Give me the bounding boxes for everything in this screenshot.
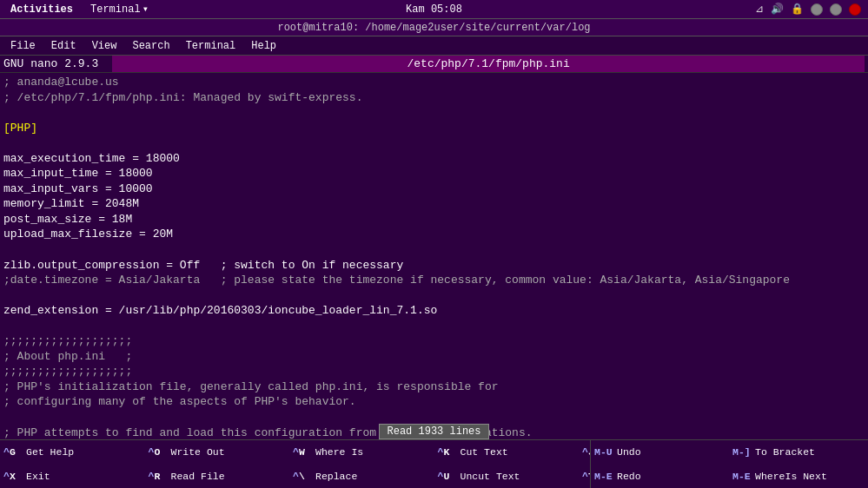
shortcut-key-write-out: ^O [149,446,169,458]
shortcut-key-to-bracket: M-] [732,446,753,458]
editor-line: ; ananda@lcube.us [3,75,865,90]
shortcut-key-cut-text: ^K [438,446,459,458]
shortcut-key-whereis-next: M-E [732,471,753,482]
editor-line [3,135,865,151]
shortcut-key-get-help: ^G [3,446,24,458]
shortcut-get-help: ^G Get Help [0,440,145,465]
shortcut-label-redo: Redo [617,471,641,482]
shortcut-where-is: ^W Where Is [289,440,434,465]
shortcut-key-uncut-text: ^U [438,471,459,482]
editor-line [3,288,865,304]
shortcut-label-get-help: Get Help [26,446,74,458]
top-bar: Activities Terminal ▾ Kam 05:08 ⊿ 🔊 🔒 [0,0,868,19]
top-bar-left: Activities Terminal ▾ [7,3,149,16]
shortcut-exit: ^X Exit [0,465,145,489]
shortcut-key-exit: ^X [3,471,24,482]
terminal-label: Terminal [90,3,141,16]
menu-search[interactable]: Search [125,38,176,54]
shortcut-key-replace: ^\ [293,471,314,482]
shortcut-key-undo: M-U [594,446,615,458]
editor-line: ;;;;;;;;;;;;;;;;;;; [3,333,865,349]
editor-line: memory_limit = 2048M [3,196,865,212]
editor-line: post_max_size = 18M [3,212,865,228]
shortcut-label-exit: Exit [26,471,50,482]
close-button[interactable] [849,3,861,16]
nano-filepath: /etc/php/7.1/fpm/php.ini [112,56,865,72]
editor-line [3,410,865,425]
editor-line: ;;;;;;;;;;;;;;;;;;; [3,364,865,379]
shortcut-key-read-file: ^R [149,471,169,482]
shortcut-uncut-text: ^U Uncut Text [434,465,580,489]
shortcut-redo: M-E Redo [591,465,730,489]
shortcut-label-replace: Replace [315,471,357,482]
activities-button[interactable]: Activities [7,3,76,16]
shortcut-read-file: ^R Read File [145,465,290,489]
editor-line: zlib.output_compression = Off ; switch t… [3,258,865,274]
shortcut-whereis-next: M-E WhereIs Next [729,465,868,489]
menu-terminal[interactable]: Terminal [179,38,243,54]
shortcut-to-bracket: M-] To Bracket [729,440,868,465]
volume-icon: 🔊 [771,3,784,16]
maximize-button[interactable] [830,3,842,16]
shortcut-undo: M-U Undo [591,440,730,465]
window-title-bar: root@mitra10: /home/mage2user/site/curre… [0,19,868,36]
shortcut-label-to-bracket: To Bracket [755,446,815,458]
menu-view[interactable]: View [85,38,124,54]
menu-edit[interactable]: Edit [44,38,83,54]
shortcut-replace: ^\ Replace [289,465,434,489]
nano-title-bar: GNU nano 2.9.3 /etc/php/7.1/fpm/php.ini [0,56,868,73]
status-bar: Read 1933 lines [0,424,868,439]
shortcut-key-where-is: ^W [293,446,314,458]
editor-line [3,105,865,121]
shortcut-label-write-out: Write Out [171,446,225,458]
nano-version: GNU nano 2.9.3 [3,57,112,70]
shortcut-label-whereis-next: WhereIs Next [755,471,827,482]
shortcut-label-uncut-text: Uncut Text [461,471,520,482]
menu-help[interactable]: Help [244,38,283,54]
editor-area[interactable]: ; ananda@lcube.us; /etc/php/7.1/fpm/php.… [0,73,868,457]
shortcut-cut-text: ^K Cut Text [434,440,580,465]
shortcut-write-out: ^O Write Out [145,440,290,465]
editor-line: ; configuring many of the aspects of PHP… [3,394,865,410]
editor-line: max_input_vars = 10000 [3,181,865,197]
editor-line: ; About php.ini ; [3,349,865,365]
editor-line: ;date.timezone = Asia/Jakarta ; please s… [3,273,865,288]
bracket-shortcuts-bar: M-] To Bracket M-E WhereIs Next [729,439,868,488]
shortcut-key-redo: M-E [594,471,615,482]
editor-line: max_execution_time = 18000 [3,151,865,167]
window-title: root@mitra10: /home/mage2user/site/curre… [277,22,590,34]
shortcut-label-cut-text: Cut Text [461,446,508,458]
editor-line: upload_max_filesize = 20M [3,227,865,242]
editor-line: zend_extension = /usr/lib/php/20160303/i… [3,303,865,319]
editor-line [3,242,865,258]
editor-line: [PHP] [3,121,865,136]
editor-line: ; /etc/php/7.1/fpm/php.ini: Managed by s… [3,90,865,106]
menu-file[interactable]: File [3,38,43,54]
clock: Kam 05:08 [406,3,462,16]
minimize-button[interactable] [811,3,823,16]
terminal-arrow-icon: ▾ [142,3,149,16]
status-badge: Read 1933 lines [379,424,488,439]
shortcut-label-read-file: Read File [171,471,225,482]
editor-line [3,319,865,334]
terminal-menu[interactable]: Terminal ▾ [90,3,149,16]
editor-line: ; PHP's initialization file, generally c… [3,379,865,395]
menu-bar: File Edit View Search Terminal Help [0,36,868,56]
battery-icon: 🔒 [791,3,804,16]
wifi-icon: ⊿ [755,3,764,16]
shortcut-label-where-is: Where Is [315,446,363,458]
editor-line: max_input_time = 18000 [3,166,865,181]
shortcut-label-undo: Undo [617,446,641,458]
top-bar-right: ⊿ 🔊 🔒 [755,3,861,16]
